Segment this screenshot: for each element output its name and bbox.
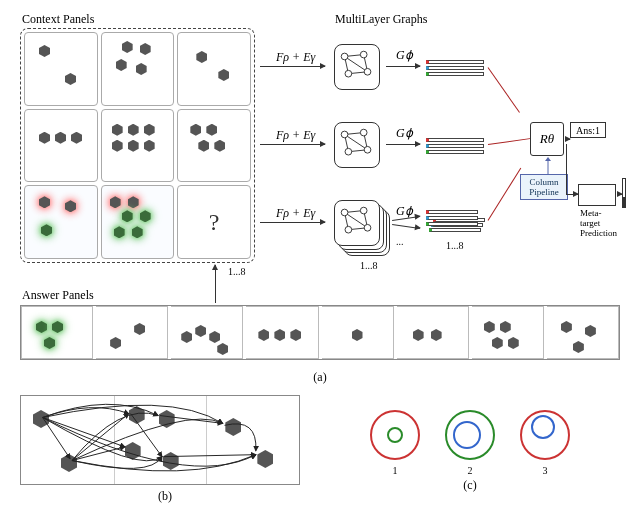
frho-egamma-label: Fρ + Eγ xyxy=(276,128,315,143)
figure-b: (b) xyxy=(10,390,310,520)
column-pipeline-module: Column Pipeline xyxy=(520,174,568,200)
arrow-icon xyxy=(565,139,570,140)
arrow-icon xyxy=(386,66,420,67)
feature-bar xyxy=(426,60,484,64)
ring-pair: 2 xyxy=(445,410,495,460)
arrow-icon xyxy=(386,144,420,145)
feature-bar xyxy=(426,144,484,148)
svg-point-23 xyxy=(341,209,348,216)
svg-point-16 xyxy=(345,148,352,155)
svg-point-15 xyxy=(360,129,367,136)
arrow-icon xyxy=(392,224,420,229)
answer-panel xyxy=(246,306,318,359)
svg-line-13 xyxy=(345,134,368,149)
gphi-label: Gϕ xyxy=(396,126,413,141)
arrow-icon xyxy=(566,194,578,195)
feature-bar xyxy=(426,138,484,142)
feature-bar xyxy=(426,66,484,70)
gphi-label: Gϕ xyxy=(396,48,413,63)
arrow-icon xyxy=(260,222,325,223)
arrow-icon xyxy=(260,144,325,145)
figure-a: Context Panels MultiLayer Graphs xyxy=(10,10,630,390)
graph-module-stack xyxy=(334,200,380,246)
arrow-icon xyxy=(617,194,622,195)
svg-point-5 xyxy=(341,53,348,60)
range-label: 1...8 xyxy=(446,240,464,251)
figure-c: 1 2 3 (c) xyxy=(310,390,630,520)
svg-point-7 xyxy=(345,70,352,77)
context-grid: ? xyxy=(20,28,255,263)
svg-marker-28 xyxy=(545,157,551,161)
arrow-up-icon xyxy=(545,157,551,175)
frho-egamma-label: Fρ + Eγ xyxy=(276,50,315,65)
svg-line-4 xyxy=(345,56,368,71)
answer-panel xyxy=(397,306,469,359)
subfig-a-label: (a) xyxy=(10,370,630,385)
answer-panels-label: Answer Panels xyxy=(22,288,94,303)
context-panel xyxy=(24,109,98,183)
figure-b-frame xyxy=(20,395,300,485)
context-panels-label: Context Panels xyxy=(22,12,94,27)
line xyxy=(566,144,567,194)
context-panel xyxy=(101,185,175,259)
context-panel xyxy=(24,185,98,259)
ring-pair: 3 xyxy=(520,410,570,460)
svg-point-8 xyxy=(364,68,371,75)
subfig-c-label: (c) xyxy=(310,478,630,493)
range-label: 1...8 xyxy=(360,260,378,271)
question-panel: ? xyxy=(177,185,251,259)
svg-line-22 xyxy=(345,212,368,227)
answer-panel xyxy=(96,306,168,359)
context-panel xyxy=(101,32,175,106)
answer-panel xyxy=(547,306,619,359)
graph-module xyxy=(334,44,380,90)
converge-line xyxy=(488,168,522,221)
meta-module xyxy=(578,184,616,206)
svg-point-17 xyxy=(364,146,371,153)
arrow-up-icon xyxy=(215,265,216,303)
context-panel xyxy=(24,32,98,106)
range-label: 1...8 xyxy=(228,266,246,277)
feature-bar xyxy=(426,150,484,154)
multilayer-graphs-label: MultiLayer Graphs xyxy=(335,12,427,27)
graph-module xyxy=(334,122,380,168)
answer-panels-row xyxy=(20,305,620,360)
feature-bar xyxy=(426,72,484,76)
ring-pair: 1 xyxy=(370,410,420,460)
frho-egamma-label: Fρ + Eγ xyxy=(276,206,315,221)
converge-line xyxy=(488,67,520,113)
ring-index: 3 xyxy=(520,465,570,476)
svg-point-6 xyxy=(360,51,367,58)
converge-line xyxy=(488,138,532,145)
arrow-icon xyxy=(260,66,325,67)
context-panel xyxy=(177,32,251,106)
answer-panel xyxy=(171,306,243,359)
answer-panel xyxy=(322,306,394,359)
svg-point-14 xyxy=(341,131,348,138)
ring-index: 1 xyxy=(370,465,420,476)
answer-panel xyxy=(21,306,93,359)
answer-output: Ans:1 xyxy=(570,122,606,138)
subfig-b-label: (b) xyxy=(20,489,310,504)
context-panel xyxy=(101,109,175,183)
svg-point-24 xyxy=(360,207,367,214)
meta-target-label: Meta- target Prediction xyxy=(580,208,617,238)
rtheta-module: Rθ xyxy=(530,122,564,156)
question-mark-icon: ? xyxy=(209,209,220,236)
ring-index: 2 xyxy=(445,465,495,476)
context-panel xyxy=(177,109,251,183)
answer-panel xyxy=(472,306,544,359)
svg-point-26 xyxy=(364,224,371,231)
svg-point-25 xyxy=(345,226,352,233)
